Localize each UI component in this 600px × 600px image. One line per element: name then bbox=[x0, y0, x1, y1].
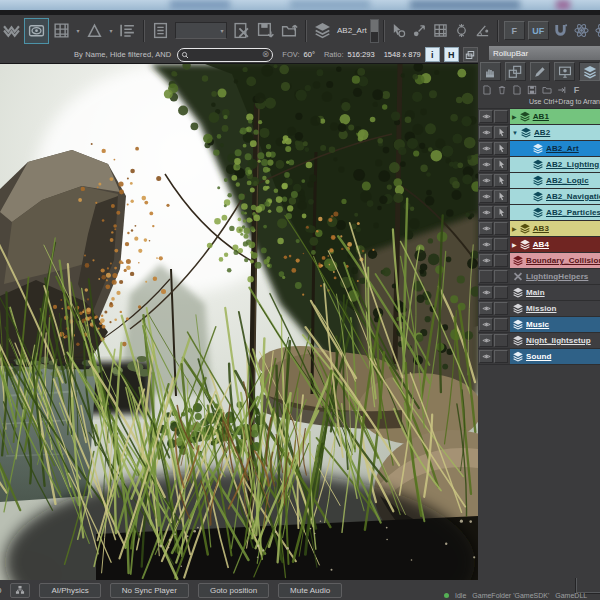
layer-name[interactable]: AB2 bbox=[534, 128, 550, 137]
layer-name[interactable]: AB1 bbox=[533, 112, 549, 121]
layer-row[interactable]: LightingHelpers bbox=[478, 269, 600, 285]
layer-name[interactable]: AB2_Art bbox=[546, 144, 579, 153]
snap-angle-icon[interactable] bbox=[473, 19, 493, 43]
layer-visibility-toggle[interactable] bbox=[479, 286, 493, 299]
export-selection-icon[interactable] bbox=[278, 19, 301, 43]
resolution-value[interactable]: 1548 x 879 bbox=[384, 50, 421, 59]
layer-selectable-toggle[interactable] bbox=[494, 110, 508, 123]
layer-name[interactable]: Mission bbox=[526, 304, 556, 313]
helpers-toggle-button[interactable]: H bbox=[444, 47, 459, 62]
delete-selection-icon[interactable] bbox=[230, 19, 253, 43]
layer-row[interactable]: Main bbox=[478, 285, 600, 301]
layer-name[interactable]: AB2_Navigation bbox=[546, 192, 600, 201]
layer-selectable-toggle[interactable] bbox=[494, 254, 508, 267]
expand-arrow[interactable]: ▶ bbox=[512, 114, 517, 120]
layer-selectable-toggle[interactable] bbox=[494, 286, 508, 299]
layer-item[interactable]: Mission bbox=[510, 301, 600, 316]
unfreeze-button[interactable]: UF bbox=[528, 21, 549, 40]
layer-selectable-toggle[interactable] bbox=[494, 270, 508, 283]
layer-row[interactable]: Mission bbox=[478, 301, 600, 317]
layer-visibility-toggle[interactable] bbox=[479, 238, 493, 251]
freeze-layer-button[interactable]: F bbox=[571, 85, 582, 96]
restore-viewport-button[interactable] bbox=[463, 47, 478, 62]
layer-row[interactable]: AB2_Particles bbox=[478, 205, 600, 221]
layer-item[interactable]: LightingHelpers bbox=[510, 269, 600, 284]
tab-objects[interactable] bbox=[505, 62, 526, 81]
layer-row[interactable]: Night_lightsetup bbox=[478, 333, 600, 349]
layer-name[interactable]: AB2_Logic bbox=[546, 176, 589, 185]
angle-snap-tool-icon[interactable] bbox=[83, 19, 106, 43]
filter-mode-label[interactable]: By Name, Hide filtered, AND bbox=[74, 50, 171, 59]
layer-row[interactable]: Music bbox=[478, 317, 600, 333]
snap-grid-icon[interactable] bbox=[431, 19, 451, 43]
selection-combo[interactable]: ▾ bbox=[175, 22, 227, 39]
tab-modelling[interactable] bbox=[530, 62, 551, 81]
layer-name[interactable]: Night_lightsetup bbox=[526, 336, 591, 345]
select-object-icon[interactable] bbox=[389, 19, 409, 43]
expand-arrow[interactable]: ▶ bbox=[512, 242, 517, 248]
layer-selectable-toggle[interactable] bbox=[494, 318, 508, 331]
layer-row[interactable]: Boundary_Collision bbox=[478, 253, 600, 269]
tab-terrain-tools[interactable] bbox=[480, 62, 501, 81]
sync-player-button[interactable]: No Sync Player bbox=[110, 583, 189, 598]
layer-visibility-toggle[interactable] bbox=[479, 350, 493, 363]
layer-name[interactable]: Music bbox=[526, 320, 549, 329]
layer-visibility-toggle[interactable] bbox=[479, 190, 493, 203]
network-sync-button[interactable] bbox=[10, 583, 30, 598]
load-layer-icon[interactable] bbox=[541, 85, 552, 96]
layer-item[interactable]: Sound bbox=[510, 349, 600, 364]
expand-arrow[interactable]: ▼ bbox=[512, 130, 518, 136]
terrain-tool-icon[interactable] bbox=[0, 19, 23, 43]
layer-item[interactable]: ▶ AB1 bbox=[510, 109, 600, 124]
goto-position-button[interactable]: Goto position bbox=[198, 583, 269, 598]
physics-drop-icon[interactable] bbox=[593, 19, 600, 43]
layer-row[interactable]: ▶ AB1 bbox=[478, 109, 600, 125]
layer-visibility-toggle[interactable] bbox=[479, 142, 493, 155]
layer-name[interactable]: LightingHelpers bbox=[526, 272, 588, 281]
layer-row[interactable]: ▼ AB2 bbox=[478, 125, 600, 141]
layer-row[interactable]: ▶ AB4 bbox=[478, 237, 600, 253]
list-view-icon[interactable] bbox=[116, 19, 139, 43]
layer-visibility-toggle[interactable] bbox=[479, 334, 493, 347]
layer-item[interactable]: AB2_Navigation bbox=[510, 189, 600, 204]
layer-selectable-toggle[interactable] bbox=[494, 158, 508, 171]
layer-selectable-toggle[interactable] bbox=[494, 174, 508, 187]
layer-item[interactable]: ▶ AB4 bbox=[510, 237, 600, 252]
layer-selectable-toggle[interactable] bbox=[494, 302, 508, 315]
layer-selectable-toggle[interactable] bbox=[494, 238, 508, 251]
layer-visibility-toggle[interactable] bbox=[479, 270, 493, 283]
rotate-object-icon[interactable] bbox=[452, 19, 472, 43]
new-layer-icon[interactable] bbox=[481, 85, 492, 96]
layer-selectable-toggle[interactable] bbox=[494, 190, 508, 203]
layer-mini-scrollbar[interactable] bbox=[370, 19, 379, 43]
layer-visibility-toggle[interactable] bbox=[479, 158, 493, 171]
save-layer-icon[interactable] bbox=[526, 85, 537, 96]
layer-visibility-toggle[interactable] bbox=[479, 174, 493, 187]
current-layer-icon[interactable] bbox=[311, 19, 334, 43]
layer-selectable-toggle[interactable] bbox=[494, 222, 508, 235]
layer-item[interactable]: AB2_Particles bbox=[510, 205, 600, 220]
delete-layer-icon[interactable] bbox=[496, 85, 507, 96]
angle-snap-dropdown-arrow[interactable]: ▾ bbox=[107, 27, 115, 34]
layer-name[interactable]: Boundary_Collision bbox=[526, 256, 600, 265]
layer-name[interactable]: AB3 bbox=[533, 224, 549, 233]
layer-selectable-toggle[interactable] bbox=[494, 206, 508, 219]
camera-view-tool-icon[interactable] bbox=[24, 18, 49, 44]
expand-arrow[interactable]: ▶ bbox=[512, 226, 517, 232]
tab-layers[interactable] bbox=[579, 62, 600, 81]
export-layer-icon[interactable] bbox=[556, 85, 567, 96]
layer-name[interactable]: Sound bbox=[526, 352, 551, 361]
layer-name[interactable]: AB2_Lighting bbox=[546, 160, 599, 169]
ai-physics-button[interactable]: AI/Physics bbox=[39, 583, 100, 598]
layer-selectable-toggle[interactable] bbox=[494, 334, 508, 347]
document-icon[interactable] bbox=[149, 19, 172, 43]
save-selection-icon[interactable] bbox=[254, 19, 277, 43]
viewport-3d[interactable] bbox=[0, 63, 478, 580]
layer-row[interactable]: AB2_Art bbox=[478, 141, 600, 157]
duplicate-layer-icon[interactable] bbox=[511, 85, 522, 96]
layer-item[interactable]: ▶ AB3 bbox=[510, 221, 600, 236]
clear-search-icon[interactable]: ⊗ bbox=[262, 50, 270, 59]
move-object-icon[interactable] bbox=[410, 19, 430, 43]
freeze-button[interactable]: F bbox=[504, 21, 525, 40]
layer-selectable-toggle[interactable] bbox=[494, 126, 508, 139]
